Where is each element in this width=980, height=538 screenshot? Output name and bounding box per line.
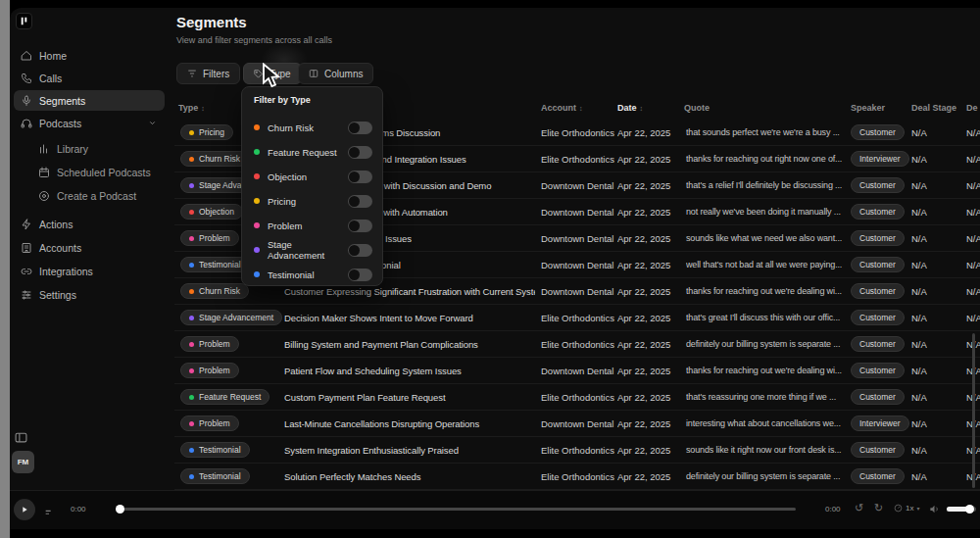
toggle-switch[interactable]	[348, 146, 372, 159]
column-header-extra: De	[966, 98, 978, 118]
table-row[interactable]: Stage AdvancementDecision Maker Shows In…	[174, 305, 980, 331]
type-badge-label: Feature Request	[199, 392, 261, 402]
type-color-dot	[254, 271, 260, 277]
quote-cell: thanks for reaching out right now one of…	[686, 146, 847, 172]
deal-stage-cell: N/A	[911, 331, 927, 358]
toggle-switch[interactable]	[348, 220, 372, 232]
sidebar-item-accounts[interactable]: Accounts	[14, 237, 165, 258]
speaker-badge: Interviewer	[851, 151, 909, 167]
extra-cell: N/A	[966, 199, 980, 225]
user-avatar[interactable]: FM	[12, 451, 34, 473]
columns-icon	[309, 69, 318, 78]
playback-speed-control[interactable]: 1x ▾	[894, 504, 919, 513]
table-row[interactable]: ProblemBilling System and Payment Plan C…	[174, 331, 980, 358]
phone-icon	[21, 73, 32, 84]
chevron-down-icon: ▾	[916, 505, 919, 512]
column-header-account[interactable]: Account↕	[541, 98, 583, 118]
app-logo[interactable]	[16, 13, 32, 29]
toggle-switch[interactable]	[348, 122, 372, 134]
volume-icon[interactable]	[929, 504, 940, 516]
filter-by-type-dropdown: Filter by Type Churn RiskFeature Request…	[241, 86, 383, 286]
forward-icon[interactable]: ↻	[874, 502, 883, 514]
timeline-slider[interactable]	[118, 508, 796, 511]
type-badge: Problem	[180, 336, 239, 352]
type-badge: Testimonial	[180, 442, 250, 458]
filter-option-problem[interactable]: Problem	[248, 215, 378, 236]
sort-icon: ↕	[579, 105, 583, 112]
filters-button[interactable]: Filters	[176, 63, 240, 84]
sidebar-item-settings[interactable]: Settings	[14, 284, 165, 305]
type-badge: Testimonial	[180, 468, 250, 484]
play-button[interactable]	[14, 499, 35, 520]
filter-option-objection[interactable]: Objection	[248, 166, 378, 187]
type-color-dot	[254, 149, 260, 155]
type-color-dot	[189, 289, 194, 294]
table-row[interactable]: ProblemLast-Minute Cancellations Disrupt…	[174, 411, 980, 437]
type-badge: Churn Risk	[180, 283, 249, 299]
extra-cell: N/A	[966, 225, 980, 252]
table-row[interactable]: Feature RequestCustom Payment Plan Featu…	[174, 384, 980, 411]
toggle-switch[interactable]	[348, 269, 372, 281]
filter-option-churn-risk[interactable]: Churn Risk	[248, 117, 378, 138]
date-cell: Apr 22, 2025	[617, 172, 686, 199]
extra-cell: N/A	[966, 305, 980, 331]
type-badge: Pricing	[180, 124, 233, 140]
table-row[interactable]: TestimonialSolution Perfectly Matches Ne…	[174, 464, 980, 490]
type-badge: Problem	[180, 230, 239, 246]
sidebar-item-library[interactable]: Library	[14, 138, 165, 159]
columns-button[interactable]: Columns	[298, 63, 373, 84]
timeline-knob[interactable]	[116, 505, 124, 514]
sidebar-item-actions[interactable]: Actions	[14, 214, 165, 234]
filter-option-label: Pricing	[268, 196, 296, 207]
filter-option-feature-request[interactable]: Feature Request	[248, 141, 378, 163]
sidebar-item-calls[interactable]: Calls	[14, 68, 165, 88]
filter-option-pricing[interactable]: Pricing	[248, 190, 378, 212]
column-header-type[interactable]: Type↕	[178, 98, 205, 118]
sidebar-item-label: Library	[57, 143, 88, 155]
table-row[interactable]: ProblemPatient Flow and Scheduling Syste…	[174, 358, 980, 384]
sidebar-item-label: Create a Podcast	[57, 190, 136, 202]
sort-icon: ↕	[640, 105, 644, 112]
sidebar-item-label: Home	[39, 50, 67, 62]
toggle-knob	[349, 196, 360, 207]
podcasts-icon	[21, 118, 32, 129]
sidebar-item-integrations[interactable]: Integrations	[14, 261, 165, 281]
sidebar-item-scheduled-podcasts[interactable]: Scheduled Podcasts	[14, 162, 165, 182]
date-cell: Apr 22, 2025	[617, 278, 686, 305]
segment-name: Custom Payment Plan Feature Request	[284, 384, 535, 411]
integrations-icon	[21, 266, 32, 277]
filter-option-testimonial[interactable]: Testimonial	[248, 264, 378, 285]
sidebar-item-segments[interactable]: Segments	[14, 90, 165, 111]
toggle-knob	[349, 147, 360, 158]
toggle-switch[interactable]	[348, 171, 372, 183]
type-badge: Testimonial	[180, 257, 250, 272]
queue-icon[interactable]	[44, 504, 54, 521]
toggle-knob	[349, 171, 360, 182]
sidebar-item-home[interactable]: Home	[14, 45, 165, 66]
toggle-knob	[349, 245, 360, 256]
toggle-switch[interactable]	[348, 244, 372, 257]
filter-option-stage-advancement[interactable]: Stage Advancement	[248, 239, 378, 261]
volume-knob[interactable]	[965, 505, 974, 514]
column-header-date[interactable]: Date↕	[617, 98, 643, 118]
screen-edge	[0, 0, 10, 538]
type-badge-label: Problem	[199, 366, 230, 375]
type-badge-label: Objection	[199, 207, 234, 217]
scrollbar-thumb[interactable]	[972, 333, 975, 488]
remaining-time: 0:00	[825, 505, 841, 514]
type-badge-label: Churn Risk	[199, 154, 240, 164]
quote-cell: that's reassuring one more thing if we .…	[686, 384, 847, 411]
segment-name: Solution Perfectly Matches Needs	[284, 464, 535, 490]
toggle-knob	[349, 122, 360, 133]
rewind-icon[interactable]: ↺	[855, 502, 863, 514]
collapse-sidebar-icon[interactable]	[15, 429, 27, 447]
toggle-knob	[349, 220, 360, 231]
speaker-badge: Customer	[851, 389, 905, 405]
quote-cell: sounds like it right now our front desk …	[686, 437, 847, 464]
sidebar-item-podcasts[interactable]: Podcasts	[14, 113, 165, 133]
filter-option-label: Feature Request	[268, 147, 337, 158]
sidebar-item-create-a-podcast[interactable]: Create a Podcast	[14, 185, 165, 206]
toggle-switch[interactable]	[348, 195, 372, 208]
table-row[interactable]: TestimonialSystem Integration Enthusiast…	[174, 437, 980, 464]
type-color-dot	[254, 124, 260, 130]
